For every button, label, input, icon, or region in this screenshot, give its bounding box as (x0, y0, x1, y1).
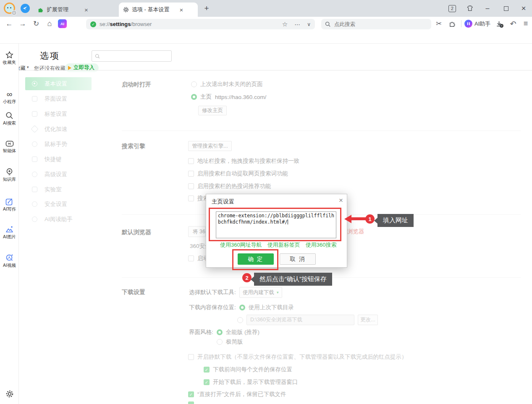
page-title: 选项 (40, 50, 60, 62)
rail-item-ai-search[interactable]: AI搜索 (0, 112, 19, 126)
url-path: /browser (131, 21, 152, 27)
ai-toolbar-button[interactable]: AI (58, 19, 67, 28)
main-menu-button[interactable]: ≡ (520, 17, 532, 31)
undo-close-tab-button[interactable]: ↶ (507, 17, 519, 31)
maximize-button[interactable] (500, 0, 512, 17)
star-icon (5, 51, 13, 59)
site-security-icon: ✓ (90, 21, 96, 27)
search-input[interactable] (333, 21, 419, 28)
tooltip-notch (251, 276, 254, 282)
theme-button[interactable] (464, 0, 475, 17)
pencil-square-icon (5, 198, 13, 206)
rail-label: AI视频 (0, 263, 19, 268)
ai-assistant-label: AI助手 (474, 20, 490, 28)
tab-count-badge[interactable]: 2 (447, 0, 458, 17)
url-text: se://settings/browser (100, 21, 152, 27)
url-scheme: se:// (100, 21, 110, 27)
avatar-eye (7, 7, 8, 8)
paper-plane-icon (23, 6, 28, 11)
tab-label: 扩展管理 (47, 6, 68, 13)
more-actions-icon[interactable]: ⋯ (294, 21, 300, 28)
rail-item-favorites[interactable]: 收藏夹 (0, 51, 19, 65)
rail-item-knowledge-base[interactable]: 知识库 (0, 168, 19, 182)
step-1-tooltip: 填入网址 (377, 214, 414, 227)
rail-label: 收藏夹 (0, 60, 19, 65)
screenshot-scissors-button[interactable]: ✂ (433, 17, 444, 31)
toolbar-search-box[interactable] (321, 19, 431, 29)
address-bar[interactable]: ✓ se://settings/browser ☆ ⋯ ∨ (86, 19, 315, 29)
toolbar-divider (461, 20, 461, 27)
bulb-plus-icon (5, 168, 13, 176)
chevron-down-icon[interactable]: ∨ (307, 21, 311, 27)
rail-label: AI图片 (0, 234, 19, 240)
annotation-rect-url (209, 208, 341, 241)
rail-item-mini-programs[interactable]: ∞ 小程序 (0, 91, 19, 105)
minimize-button[interactable]: – (481, 0, 494, 17)
rail-item-ai-image[interactable]: AI图片 (0, 225, 19, 240)
bookmark-star-icon[interactable]: ☆ (282, 21, 288, 28)
tab-close-icon[interactable]: × (180, 7, 183, 13)
window-titlebar: v 扩展管理 × 选项 - 基本设置 × + 2 – × (0, 0, 532, 17)
search-icon (5, 112, 13, 120)
settings-search-input[interactable] (102, 53, 167, 60)
search-icon (325, 21, 330, 27)
avatar-v-badge: v (11, 10, 17, 16)
gear-icon (123, 7, 129, 13)
back-button[interactable]: ← (3, 17, 15, 31)
link-new-tab[interactable]: 使用新标签页 (267, 241, 300, 249)
link-loop-icon: ∞ (0, 91, 19, 98)
avatar-eye (10, 7, 11, 8)
dialog-title: 主页设置 (212, 198, 234, 206)
new-tab-button[interactable]: + (202, 3, 212, 13)
rail-label: 智能体 (0, 148, 19, 154)
maximize-icon (504, 6, 508, 11)
link-360-search[interactable]: 使用360搜索 (306, 241, 337, 249)
rail-label: 小程序 (0, 99, 19, 105)
agent-icon (5, 140, 14, 147)
search-icon (95, 54, 100, 59)
annotation-arrow-head (344, 215, 351, 223)
download-version-badge: v (500, 24, 503, 28)
settings-search-box[interactable] (92, 50, 172, 62)
tab-extensions[interactable]: 扩展管理 × (34, 3, 115, 17)
rail-label: AI写作 (0, 206, 19, 212)
tab-settings[interactable]: 选项 - 基本设置 × (119, 3, 198, 17)
rail-item-ai-video[interactable]: AI视频 (0, 253, 19, 268)
home-button[interactable]: ⌂ (44, 17, 55, 31)
tooltip-notch (374, 218, 377, 224)
rail-settings-button[interactable] (0, 390, 19, 398)
film-reel-icon (5, 253, 14, 262)
rail-label: AI搜索 (0, 120, 19, 126)
step-1-badge: 1 (365, 214, 375, 224)
ai-assistant-icon (464, 20, 472, 28)
image-mountain-icon (5, 225, 14, 233)
rail-item-ai-writing[interactable]: AI写作 (0, 198, 19, 212)
pointing-hand-icon (68, 66, 71, 70)
tab-close-icon[interactable]: × (84, 7, 88, 13)
forward-button[interactable]: → (17, 17, 29, 31)
bookmarks-bar: ★ 收藏 ▾ 您还没有收藏 立即导入 (0, 31, 532, 44)
reload-button[interactable]: ↻ (30, 17, 42, 31)
gear-icon (6, 390, 13, 398)
link-360-nav[interactable]: 使用360网址导航 (220, 241, 262, 249)
step-2-tooltip: 然后点击“确认”按钮保存 (254, 273, 332, 286)
ai-assistant-button[interactable]: AI助手 (464, 20, 490, 28)
rail-item-agents[interactable]: 智能体 (0, 140, 19, 154)
pinned-app-icon[interactable] (21, 4, 30, 13)
extensions-button[interactable] (447, 17, 458, 31)
downloads-button[interactable]: v (493, 17, 505, 31)
favorites-caret-icon[interactable]: ▾ (27, 65, 29, 69)
quick-links: 使用360网址导航 使用新标签页 使用360搜索 (220, 241, 336, 249)
annotation-arrow-shaft (351, 217, 367, 220)
url-host: settings (110, 21, 131, 27)
rail-label: 知识库 (0, 177, 19, 182)
dialog-close-icon[interactable]: × (339, 196, 343, 205)
puzzle-icon (38, 7, 44, 13)
step-2-badge: 2 (242, 273, 252, 282)
puzzle-icon (449, 21, 456, 27)
tab-label: 选项 - 基本设置 (132, 6, 170, 13)
annotation-rect-confirm (232, 249, 278, 270)
cancel-button[interactable]: 取 消 (280, 253, 316, 265)
close-window-button[interactable]: × (517, 0, 530, 17)
tshirt-icon (466, 5, 473, 12)
